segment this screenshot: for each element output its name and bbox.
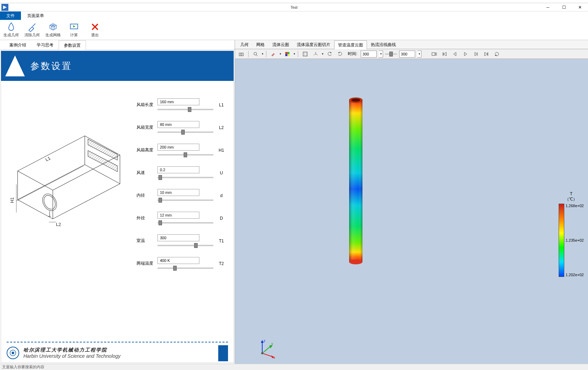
svg-line-16	[256, 55, 258, 56]
zoom-icon[interactable]	[251, 50, 260, 58]
menu-page[interactable]: 页面菜单	[21, 12, 50, 20]
svg-marker-2	[73, 25, 75, 28]
chevron-down-icon[interactable]: ▾	[322, 52, 323, 55]
play-screen-icon	[69, 22, 79, 32]
param-label: 风速	[137, 170, 155, 176]
chevron-down-icon[interactable]: ▾	[262, 52, 263, 55]
status-bar: 文里输入你要搜索的内容	[0, 364, 588, 370]
legend-max: 1.268e+02	[566, 204, 584, 208]
record-icon[interactable]	[430, 50, 438, 58]
skip-first-icon[interactable]	[440, 50, 449, 58]
time-label: 时间:	[348, 51, 357, 57]
tab-geom[interactable]: 几何	[236, 40, 252, 49]
param-label: 外径	[137, 215, 155, 221]
colorcube-icon[interactable]	[283, 50, 292, 58]
svg-marker-36	[464, 52, 467, 56]
param-label: 风箱高度	[137, 147, 155, 153]
svg-marker-37	[475, 52, 477, 56]
param-label: 室温	[137, 238, 155, 244]
chevron-down-icon[interactable]: ▾	[294, 52, 295, 55]
prev-icon[interactable]	[451, 50, 459, 58]
svg-rect-19	[285, 54, 287, 56]
camera-icon[interactable]	[237, 50, 245, 58]
param-symbol: U	[216, 171, 227, 175]
param-symbol: T1	[216, 239, 227, 243]
param-input-L1[interactable]	[157, 98, 199, 105]
viz-tabs: 几何 网格 流体云图 流体温度云图切片 管道温度云图 热流沿线曲线	[235, 40, 588, 49]
param-slider-L2[interactable]	[157, 131, 213, 133]
ribbon-exit[interactable]: 退出	[87, 21, 103, 38]
svg-text:x: x	[273, 356, 275, 360]
tab-fluid-temp-slice[interactable]: 流体温度云图切片	[293, 40, 334, 49]
svg-text:z: z	[264, 339, 265, 343]
play-icon[interactable]	[461, 50, 470, 58]
next-icon[interactable]	[472, 50, 480, 58]
time-from-dropdown[interactable]: ▾	[379, 51, 383, 58]
param-input-d[interactable]	[157, 189, 199, 196]
menu-file[interactable]: 文件	[0, 12, 21, 20]
ribbon-toolbar: 生成几何 清除几何 生成网格 计算 退出	[0, 20, 588, 40]
param-label: 风箱长度	[137, 102, 155, 108]
time-to-input[interactable]	[399, 51, 415, 58]
param-input-H1[interactable]	[157, 144, 199, 151]
param-row-1: 风箱宽度L2	[137, 121, 227, 134]
legend-mid: 1.235e+02	[566, 238, 584, 242]
param-slider-D[interactable]	[157, 222, 213, 224]
paint-icon[interactable]	[269, 50, 278, 58]
minimize-button[interactable]: ─	[540, 3, 556, 12]
tab-streamline[interactable]: 热流沿线曲线	[367, 40, 400, 49]
axes-triad: z x y	[256, 339, 277, 360]
param-input-U[interactable]	[157, 166, 199, 173]
param-input-L2[interactable]	[157, 121, 199, 128]
maximize-button[interactable]: ☐	[556, 3, 572, 12]
rotate-right-icon[interactable]	[336, 50, 344, 58]
time-from-input[interactable]	[361, 51, 377, 58]
skip-last-icon[interactable]	[482, 50, 491, 58]
ribbon-gen-geom[interactable]: 生成几何	[3, 21, 20, 38]
ribbon-clear-geom[interactable]: 清除几何	[24, 21, 41, 38]
tab-study[interactable]: 学习思考	[31, 40, 59, 50]
svg-marker-48	[261, 340, 264, 343]
chevron-down-icon[interactable]: ▾	[280, 52, 281, 55]
cylinder-render	[348, 97, 363, 265]
param-input-D[interactable]	[157, 212, 199, 219]
grid-dots-icon[interactable]	[301, 50, 309, 58]
ribbon-compute[interactable]: 计算	[66, 21, 82, 38]
time-slider[interactable]	[385, 53, 397, 55]
ribbon-gen-mesh[interactable]: 生成网格	[45, 21, 61, 38]
svg-marker-29	[330, 52, 332, 53]
param-slider-U[interactable]	[157, 177, 213, 178]
viz-canvas[interactable]: T （℃） 1.268e+02 1.235e+02 1.202e+02 z	[235, 59, 588, 364]
svg-point-25	[306, 55, 307, 55]
legend-min: 1.202e+02	[566, 273, 584, 277]
rotate-left-icon[interactable]	[325, 50, 334, 58]
university-name-cn: 哈尔滨理工大学机械动力工程学院	[23, 347, 120, 353]
param-slider-L1[interactable]	[157, 109, 213, 110]
svg-point-12	[12, 352, 14, 354]
legend-unit: （℃）	[565, 196, 577, 202]
tab-pipe-temp[interactable]: 管道温度云图	[334, 40, 367, 50]
footer-accent-block	[218, 345, 228, 361]
loop-icon[interactable]	[493, 50, 501, 58]
param-slider-d[interactable]	[157, 199, 213, 201]
time-to-dropdown[interactable]: ▾	[417, 51, 421, 58]
param-slider-T2[interactable]	[157, 267, 213, 269]
svg-point-23	[306, 53, 307, 53]
left-panel: 案例介绍 学习思考 参数设置 参数设置	[0, 40, 235, 364]
close-button[interactable]: ✕	[572, 3, 588, 12]
param-row-6: 室温T1	[137, 234, 227, 247]
param-input-T1[interactable]	[157, 234, 199, 241]
tab-param[interactable]: 参数设置	[59, 40, 86, 50]
axes-icon[interactable]	[311, 50, 320, 58]
legend-title: T	[565, 191, 577, 196]
tab-fluid-cloud[interactable]: 流体云图	[269, 40, 293, 49]
param-slider-H1[interactable]	[157, 154, 213, 156]
param-slider-T1[interactable]	[157, 245, 213, 246]
svg-line-27	[316, 54, 318, 55]
svg-line-28	[314, 54, 316, 55]
tab-mesh[interactable]: 网格	[252, 40, 269, 49]
app-icon	[1, 4, 8, 11]
tab-case-intro[interactable]: 案例介绍	[4, 40, 31, 50]
legend-bar	[559, 204, 564, 277]
param-input-T2[interactable]	[157, 257, 199, 264]
